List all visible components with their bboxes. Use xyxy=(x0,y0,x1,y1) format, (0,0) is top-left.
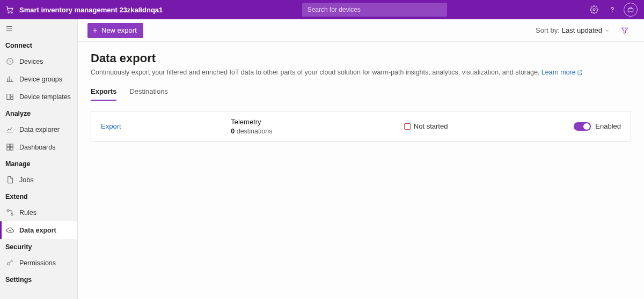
help-icon xyxy=(608,5,617,14)
sidebar: Connect Devices Device groups Device tem… xyxy=(0,19,78,299)
new-export-button[interactable]: New export xyxy=(87,23,143,38)
briefcase-icon xyxy=(627,6,634,13)
app-title: Smart inventory management 23zka8dnqa1 xyxy=(19,6,163,14)
export-status-cell: Not started xyxy=(361,122,491,130)
sidebar-group-analyze: Analyze xyxy=(0,106,77,121)
sidebar-item-permissions[interactable]: Permissions xyxy=(0,254,77,272)
top-bar: Smart inventory management 23zka8dnqa1 xyxy=(0,0,644,19)
enabled-label: Enabled xyxy=(595,122,621,130)
export-toggle-cell: Enabled xyxy=(491,122,621,131)
sidebar-item-label: Data export xyxy=(19,227,56,234)
sidebar-group-connect: Connect xyxy=(0,38,77,53)
sidebar-item-data-export[interactable]: Data export xyxy=(0,221,77,239)
settings-button[interactable] xyxy=(586,2,602,18)
sidebar-item-label: Jobs xyxy=(19,176,33,184)
sidebar-item-jobs[interactable]: Jobs xyxy=(0,171,77,189)
export-type: Telemetry xyxy=(231,118,361,126)
sidebar-group-manage: Manage xyxy=(0,156,77,171)
search-input[interactable] xyxy=(302,3,447,17)
chevron-down-icon xyxy=(604,28,610,33)
flow-icon xyxy=(5,208,14,217)
sidebar-group-extend: Extend xyxy=(0,189,77,204)
sidebar-item-device-templates[interactable]: Device templates xyxy=(0,88,77,106)
key-icon xyxy=(5,259,14,267)
enabled-toggle[interactable] xyxy=(574,122,591,131)
svg-point-2 xyxy=(593,9,595,11)
sidebar-group-security: Security xyxy=(0,239,77,254)
external-link-icon xyxy=(577,70,583,76)
export-name-cell: Export xyxy=(101,122,231,130)
svg-rect-12 xyxy=(10,147,13,150)
tab-exports[interactable]: Exports xyxy=(91,87,116,101)
export-destinations: 0 destinations xyxy=(231,128,361,135)
svg-point-1 xyxy=(11,12,12,13)
sidebar-item-label: Device groups xyxy=(19,76,62,83)
svg-rect-7 xyxy=(10,94,12,96)
svg-rect-4 xyxy=(628,9,633,12)
svg-point-13 xyxy=(6,210,9,212)
gear-icon xyxy=(590,5,598,14)
filter-icon xyxy=(620,26,629,35)
sidebar-item-device-groups[interactable]: Device groups xyxy=(0,70,77,88)
sidebar-item-devices[interactable]: Devices xyxy=(0,53,77,70)
export-status-text: Not started xyxy=(414,122,448,130)
svg-rect-8 xyxy=(10,97,12,99)
line-chart-icon xyxy=(5,125,14,134)
sidebar-item-label: Dashboards xyxy=(19,144,55,151)
svg-rect-11 xyxy=(6,147,9,150)
sidebar-item-label: Permissions xyxy=(19,259,56,267)
grid-icon xyxy=(5,143,14,152)
plus-icon xyxy=(92,27,98,34)
svg-rect-6 xyxy=(6,94,10,100)
svg-rect-10 xyxy=(10,144,13,147)
account-button[interactable] xyxy=(623,2,639,18)
sort-by-value: Last updated xyxy=(562,26,602,34)
page-description: Continuously export your filtered and en… xyxy=(91,68,631,78)
hamburger-icon xyxy=(5,25,13,32)
svg-point-15 xyxy=(7,263,10,265)
toolbar: New export Sort by: Last updated xyxy=(78,19,644,42)
svg-point-3 xyxy=(612,11,612,12)
tabs: Exports Destinations xyxy=(91,87,631,101)
tab-destinations[interactable]: Destinations xyxy=(129,87,168,101)
app-launcher-button[interactable] xyxy=(0,0,19,19)
page-icon xyxy=(5,176,14,184)
svg-rect-9 xyxy=(6,144,9,147)
svg-point-14 xyxy=(11,213,13,215)
help-button[interactable] xyxy=(604,2,620,18)
clock-icon xyxy=(5,57,14,66)
sidebar-item-label: Devices xyxy=(19,58,43,65)
not-started-icon xyxy=(404,123,411,130)
sort-by-dropdown[interactable]: Sort by: Last updated xyxy=(536,26,610,34)
sidebar-group-settings: Settings xyxy=(0,272,77,287)
svg-point-0 xyxy=(8,12,9,13)
filter-button[interactable] xyxy=(618,24,631,37)
new-export-label: New export xyxy=(101,26,137,34)
sidebar-item-dashboards[interactable]: Dashboards xyxy=(0,138,77,156)
exports-list: Export Telemetry 0 destinations Not star… xyxy=(91,111,631,142)
cart-icon xyxy=(5,5,14,14)
sort-by-label: Sort by: xyxy=(536,26,560,34)
sidebar-item-data-explorer[interactable]: Data explorer xyxy=(0,121,77,138)
sidebar-item-label: Rules xyxy=(19,209,36,216)
cloud-arrow-icon xyxy=(5,226,14,235)
sidebar-item-label: Data explorer xyxy=(19,126,60,133)
main: New export Sort by: Last updated Data ex… xyxy=(78,19,644,299)
sidebar-item-rules[interactable]: Rules xyxy=(0,204,77,221)
bar-chart-icon xyxy=(5,75,14,84)
sidebar-item-label: Device templates xyxy=(19,93,71,101)
page-title: Data export xyxy=(91,51,631,65)
export-row: Export Telemetry 0 destinations Not star… xyxy=(91,111,631,141)
export-name-link[interactable]: Export xyxy=(101,122,121,130)
hamburger-button[interactable] xyxy=(0,19,77,38)
avatar xyxy=(624,3,638,17)
template-icon xyxy=(5,93,14,101)
export-type-cell: Telemetry 0 destinations xyxy=(231,118,361,135)
learn-more-link[interactable]: Learn more xyxy=(541,69,583,76)
